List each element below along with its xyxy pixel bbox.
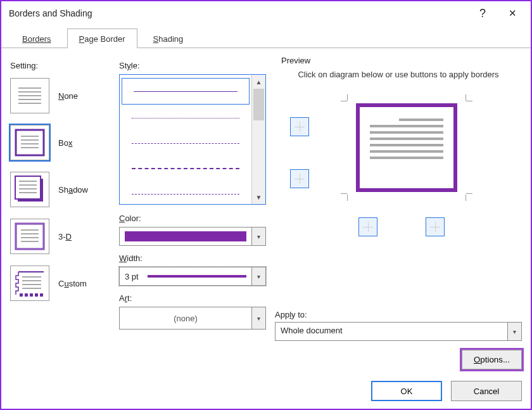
svg-rect-27 [20, 293, 23, 297]
border-left-button[interactable] [358, 217, 377, 236]
svg-rect-30 [35, 293, 38, 297]
scroll-thumb[interactable] [253, 89, 264, 120]
title-bar: Borders and Shading ? ✕ [1, 1, 531, 25]
art-value: (none) [174, 314, 198, 323]
setting-box-label: Box [58, 138, 72, 148]
border-bottom-button[interactable] [290, 169, 309, 188]
apply-to-label: Apply to: [275, 310, 522, 319]
setting-shadow-thumb [10, 172, 49, 207]
preview-group: Preview Click on diagram below or use bu… [275, 61, 522, 307]
svg-rect-17 [16, 224, 44, 249]
borders-and-shading-dialog: Borders and Shading ? ✕ Borders Page Bor… [0, 0, 532, 410]
close-icon[interactable]: ✕ [502, 5, 523, 22]
art-label: Art: [119, 293, 266, 303]
chevron-down-icon[interactable]: ▾ [508, 322, 522, 341]
apply-to-value: Whole document [275, 322, 508, 341]
svg-rect-16 [16, 224, 44, 249]
color-swatch [125, 231, 246, 241]
setting-3d-thumb [10, 219, 49, 254]
options-button[interactable]: Options... [462, 350, 522, 369]
width-dropdown[interactable]: 3 pt ▾ [119, 267, 266, 286]
setting-3d-label: 3-D [58, 232, 72, 241]
chevron-down-icon[interactable]: ▾ [252, 267, 266, 286]
setting-none-thumb [10, 78, 49, 113]
setting-custom[interactable]: Custom [10, 266, 110, 301]
border-right-button[interactable] [426, 217, 445, 236]
chevron-down-icon[interactable]: ▾ [252, 227, 266, 246]
border-top-button[interactable] [290, 117, 309, 136]
setting-3d[interactable]: 3-D [10, 219, 110, 254]
tab-strip: Borders Page Border Shading [1, 27, 531, 48]
scroll-up-icon[interactable]: ▲ [252, 75, 265, 89]
style-list[interactable]: ▲ ▼ [119, 74, 266, 205]
style-label: Style: [119, 61, 266, 70]
style-scrollbar[interactable]: ▲ ▼ [251, 75, 265, 204]
setting-none[interactable]: None [10, 78, 110, 113]
svg-rect-31 [40, 293, 43, 297]
svg-rect-11 [15, 176, 41, 199]
help-icon[interactable]: ? [479, 7, 486, 20]
cancel-button[interactable]: Cancel [451, 381, 522, 401]
dialog-footer: OK Cancel [371, 381, 522, 401]
tab-shading[interactable]: Shading [141, 29, 196, 48]
art-dropdown[interactable]: (none) ▾ [119, 307, 266, 330]
apply-to-dropdown[interactable]: Whole document ▾ [275, 322, 522, 341]
svg-rect-29 [30, 293, 33, 297]
setting-shadow[interactable]: Shadow [10, 172, 110, 207]
window-title: Borders and Shading [9, 8, 92, 18]
setting-custom-thumb [10, 266, 49, 301]
width-value: 3 pt [125, 272, 139, 281]
svg-rect-5 [16, 130, 44, 155]
preview-hint: Click on diagram below or use buttons to… [281, 69, 516, 80]
setting-box-thumb [10, 125, 49, 160]
width-label: Width: [119, 253, 266, 263]
setting-label: Setting: [10, 61, 110, 70]
tab-borders[interactable]: Borders [10, 29, 63, 48]
svg-rect-28 [25, 293, 28, 297]
page-preview[interactable] [356, 103, 457, 192]
setting-custom-label: Custom [58, 279, 87, 288]
preview-label: Preview [279, 56, 313, 65]
color-label: Color: [119, 214, 266, 223]
setting-box[interactable]: Box [10, 125, 110, 160]
color-dropdown[interactable]: ▾ [119, 227, 266, 246]
ok-button[interactable]: OK [371, 381, 442, 401]
chevron-down-icon[interactable]: ▾ [252, 307, 266, 330]
setting-shadow-label: Shadow [58, 185, 88, 195]
scroll-down-icon[interactable]: ▼ [252, 190, 265, 204]
tab-page-border[interactable]: Page Border [67, 29, 137, 48]
setting-none-label: None [58, 91, 78, 101]
